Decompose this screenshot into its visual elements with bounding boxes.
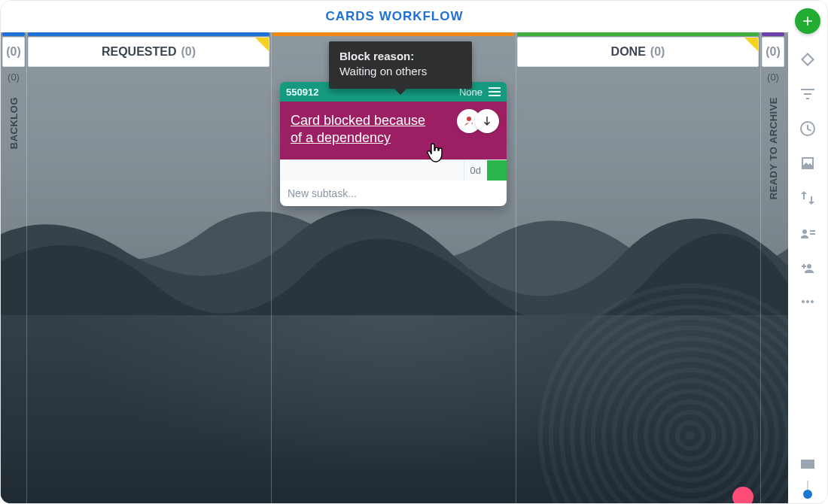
tag-icon[interactable] <box>799 50 817 68</box>
image-icon[interactable] <box>799 154 817 172</box>
more-icon[interactable] <box>799 293 817 311</box>
filter-icon[interactable] <box>799 85 817 103</box>
card-avatars <box>463 109 499 133</box>
tooltip-heading: Block reason: <box>339 49 461 64</box>
column-stripe <box>28 32 269 36</box>
column-done[interactable]: DONE (0) <box>516 32 760 503</box>
swap-vertical-icon[interactable] <box>799 189 817 207</box>
card-size-icon[interactable] <box>799 455 817 473</box>
notification-bubble[interactable] <box>732 487 753 503</box>
subtask-placeholder: New subtask... <box>288 187 357 199</box>
add-user-icon[interactable] <box>799 258 817 276</box>
column-header-backlog[interactable]: (0) <box>2 37 25 67</box>
right-toolbar <box>788 1 827 503</box>
card-status-box[interactable] <box>487 160 507 181</box>
column-header-archive[interactable]: (0) <box>762 37 784 67</box>
card-id: 550912 <box>286 87 318 98</box>
column-stripe <box>272 32 514 36</box>
column-count: (0) <box>766 45 781 59</box>
card-body[interactable]: Card blocked because of a dependency <box>280 102 507 159</box>
tooltip-body: Waiting on others <box>339 64 461 79</box>
column-in-progress[interactable]: 550912 None Card blocked because of a de… <box>271 32 516 503</box>
column-label-backlog: BACKLOG <box>1 97 26 149</box>
column-count: (0) <box>181 45 196 59</box>
column-corner-flag <box>744 38 758 51</box>
svg-point-2 <box>811 300 814 303</box>
kanban-board: (0) (0) BACKLOG REQUESTED (0) <box>1 32 788 503</box>
svg-point-1 <box>806 300 809 303</box>
column-corner-flag <box>255 38 269 51</box>
column-label-archive: READY TO ARCHIVE <box>760 97 786 199</box>
column-subcount: (0) <box>1 71 26 83</box>
column-count: (0) <box>6 45 21 59</box>
kanban-card[interactable]: 550912 None Card blocked because of a de… <box>280 82 507 206</box>
column-subcount: (0) <box>760 71 786 83</box>
zoom-slider[interactable] <box>807 481 808 496</box>
column-label: DONE <box>611 45 646 59</box>
zoom-slider-knob[interactable] <box>803 490 812 499</box>
card-meta: 0d <box>280 159 507 181</box>
app-frame: CARDS WORKFLOW (0) (0) BACKLOG <box>0 0 828 504</box>
block-reason-tooltip: Block reason: Waiting on others <box>329 41 472 89</box>
column-label: REQUESTED <box>102 45 177 59</box>
column-count: (0) <box>650 45 665 59</box>
column-archive[interactable]: (0) (0) READY TO ARCHIVE <box>760 32 786 503</box>
column-requested[interactable]: REQUESTED (0) <box>26 32 271 503</box>
pointer-cursor-icon <box>427 142 446 165</box>
column-backlog[interactable]: (0) (0) BACKLOG <box>1 32 26 503</box>
clock-icon[interactable] <box>799 120 817 138</box>
column-stripe <box>517 32 759 36</box>
priority-down-icon[interactable] <box>475 109 499 133</box>
card-menu-icon[interactable] <box>489 87 501 96</box>
workflow-titlebar: CARDS WORKFLOW <box>1 1 788 32</box>
column-header-done[interactable]: DONE (0) <box>517 37 759 67</box>
card-title[interactable]: Card blocked because of a dependency <box>291 112 434 147</box>
user-list-icon[interactable] <box>799 223 817 241</box>
card-subtask-input[interactable]: New subtask... <box>280 181 507 206</box>
column-header-requested[interactable]: REQUESTED (0) <box>28 37 269 67</box>
workflow-title: CARDS WORKFLOW <box>325 9 463 24</box>
svg-point-0 <box>802 300 805 303</box>
card-duration: 0d <box>464 160 487 181</box>
add-button[interactable] <box>795 8 820 34</box>
column-stripe <box>762 32 784 36</box>
column-stripe <box>2 32 25 36</box>
